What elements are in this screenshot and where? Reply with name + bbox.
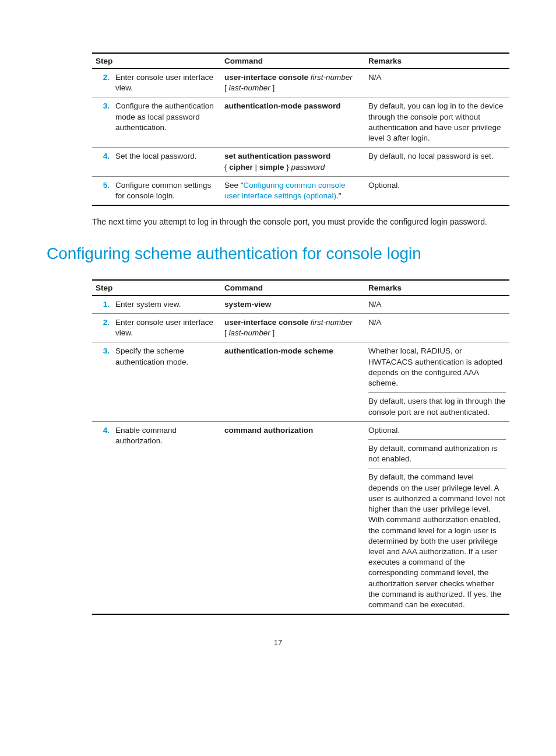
table-row: 3. Configure the authentication mode as … — [92, 97, 509, 148]
step-command: command authorization — [221, 421, 365, 614]
step-remarks: Optional. By default, command authorizat… — [365, 421, 509, 614]
step-action: Configure common settings for console lo… — [112, 176, 221, 205]
steps-table-2: Step Command Remarks 1. Enter system vie… — [92, 279, 509, 615]
step-remarks: N/A — [365, 295, 509, 313]
step-action: Configure the authentication mode as loc… — [112, 97, 221, 148]
steps-table-1: Step Command Remarks 2. Enter console us… — [92, 52, 509, 206]
step-action: Specify the scheme authentication mode. — [112, 342, 221, 421]
step-remarks: By default, you can log in to the device… — [365, 97, 509, 148]
step-command: See "Configuring common console user int… — [221, 176, 365, 205]
col-command: Command — [221, 280, 365, 296]
step-remarks: Whether local, RADIUS, or HWTACACS authe… — [365, 342, 509, 421]
col-command: Command — [221, 53, 365, 69]
step-action: Enter console user interface view. — [112, 69, 221, 97]
step-action: Set the local password. — [112, 148, 221, 176]
step-number: 2. — [92, 314, 112, 342]
col-step: Step — [92, 280, 221, 296]
col-step: Step — [92, 53, 221, 69]
step-number: 5. — [92, 176, 112, 205]
step-action: Enter system view. — [112, 295, 221, 313]
step-number: 4. — [92, 148, 112, 176]
table-row: 4. Set the local password. set authentic… — [92, 148, 509, 176]
table-row: 3. Specify the scheme authentication mod… — [92, 342, 509, 421]
step-remarks: Optional. — [365, 176, 509, 205]
table-row: 5. Configure common settings for console… — [92, 176, 509, 205]
step-command: authentication-mode scheme — [221, 342, 365, 421]
step-command: system-view — [221, 295, 365, 313]
step-command: set authentication password { cipher | s… — [221, 148, 365, 176]
step-remarks: N/A — [365, 69, 509, 97]
col-remarks: Remarks — [365, 53, 509, 69]
step-remarks: N/A — [365, 314, 509, 342]
step-command: user-interface console first-number [ la… — [221, 314, 365, 342]
step-command: authentication-mode password — [221, 97, 365, 148]
step-number: 4. — [92, 421, 112, 614]
step-action: Enable command authorization. — [112, 421, 221, 614]
step-number: 1. — [92, 295, 112, 313]
table-row: 1. Enter system view. system-view N/A — [92, 295, 509, 313]
step-number: 3. — [92, 97, 112, 148]
table-row: 4. Enable command authorization. command… — [92, 421, 509, 614]
col-remarks: Remarks — [365, 280, 509, 296]
section-heading: Configuring scheme authentication for co… — [47, 244, 509, 263]
body-paragraph: The next time you attempt to log in thro… — [92, 216, 509, 228]
step-number: 3. — [92, 342, 112, 421]
page-number: 17 — [47, 638, 509, 647]
step-command: user-interface console first-number [ la… — [221, 69, 365, 97]
table-row: 2. Enter console user interface view. us… — [92, 314, 509, 342]
table-row: 2. Enter console user interface view. us… — [92, 69, 509, 97]
step-number: 2. — [92, 69, 112, 97]
step-remarks: By default, no local password is set. — [365, 148, 509, 176]
step-action: Enter console user interface view. — [112, 314, 221, 342]
